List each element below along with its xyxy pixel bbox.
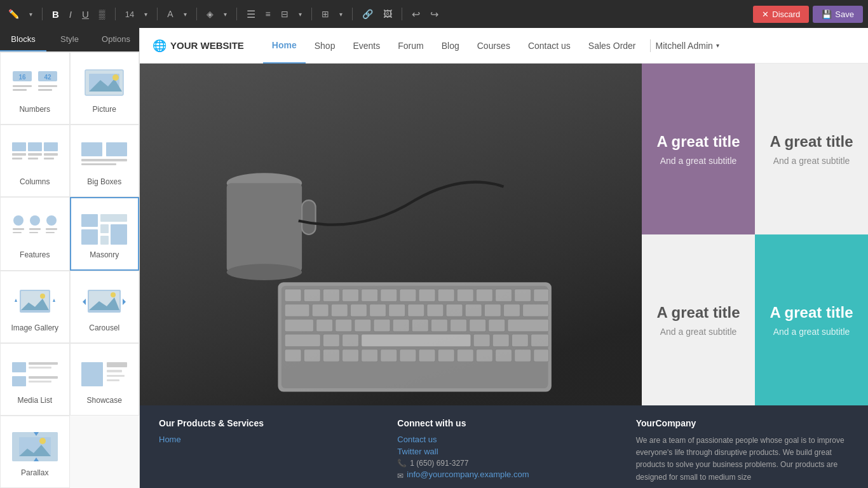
save-label: Save bbox=[835, 10, 854, 19]
discard-icon: ✕ bbox=[762, 10, 769, 19]
sidebar-item-columns[interactable]: Columns bbox=[0, 125, 70, 197]
svg-point-52 bbox=[111, 292, 116, 297]
svg-point-75 bbox=[227, 264, 302, 280]
sidebar-item-image-gallery[interactable]: Image Gallery bbox=[0, 271, 70, 343]
tab-style[interactable]: Style bbox=[46, 28, 93, 51]
sidebar-item-masonry[interactable]: Masonry bbox=[70, 197, 140, 271]
align-button[interactable]: ⊟ bbox=[278, 6, 292, 22]
sidebar-item-picture[interactable]: Picture bbox=[70, 52, 140, 125]
underline-button[interactable]: U bbox=[79, 6, 92, 22]
list-ordered-button[interactable]: ≡ bbox=[262, 6, 274, 22]
svg-rect-35 bbox=[81, 214, 98, 227]
svg-rect-16 bbox=[12, 153, 26, 156]
align-dropdown[interactable]: ▾ bbox=[295, 8, 305, 20]
svg-rect-24 bbox=[81, 159, 127, 161]
svg-point-27 bbox=[30, 215, 40, 226]
sidebar-item-features[interactable]: Features bbox=[0, 197, 70, 271]
sidebar-tabs: Blocks Style Options bbox=[0, 28, 139, 52]
hero-cell-0: A great title And a great subtitle bbox=[642, 64, 755, 234]
nav-divider bbox=[650, 39, 651, 52]
image-gallery-icon bbox=[10, 285, 60, 320]
nav-user[interactable]: Mitchell Admin ▾ bbox=[656, 41, 719, 51]
image-insert-button[interactable]: 🖼 bbox=[380, 6, 395, 22]
sidebar-item-media-list[interactable]: Media List bbox=[0, 343, 70, 416]
svg-rect-106 bbox=[285, 319, 313, 331]
redo-button[interactable]: ↪ bbox=[427, 6, 442, 23]
sidebar-item-showcase[interactable]: Showcase bbox=[70, 343, 140, 416]
hero-title-2: A great title bbox=[656, 304, 740, 322]
footer-twitter-link[interactable]: Twitter wall bbox=[397, 447, 610, 456]
media-list-icon bbox=[10, 357, 60, 392]
carousel-label: Carousel bbox=[89, 323, 119, 332]
svg-rect-5 bbox=[13, 89, 27, 91]
features-label: Features bbox=[20, 250, 50, 259]
font-size[interactable]: 14 bbox=[122, 7, 137, 22]
parallax-label: Parallax bbox=[21, 468, 48, 477]
svg-rect-131 bbox=[381, 349, 397, 362]
svg-point-68 bbox=[39, 438, 46, 444]
footer-contact-link[interactable]: Contact us bbox=[397, 435, 610, 444]
divider-8 bbox=[402, 8, 402, 20]
navbar-brand[interactable]: 🌐 YOUR WEBSITE bbox=[153, 39, 244, 53]
nav-events[interactable]: Events bbox=[344, 28, 389, 64]
svg-rect-108 bbox=[336, 319, 352, 331]
sidebar-item-parallax[interactable]: Parallax bbox=[0, 416, 70, 488]
divider-2 bbox=[115, 8, 116, 20]
tool-dropdown[interactable]: ▾ bbox=[26, 8, 36, 20]
sidebar-item-carousel[interactable]: Carousel bbox=[70, 271, 140, 343]
svg-rect-58 bbox=[29, 381, 51, 383]
svg-rect-102 bbox=[465, 304, 482, 316]
phone-icon: 📞 bbox=[397, 459, 407, 468]
svg-rect-92 bbox=[534, 289, 549, 301]
showcase-icon bbox=[79, 357, 130, 392]
pencil-tool[interactable]: ✏️ bbox=[5, 6, 22, 22]
svg-rect-107 bbox=[316, 319, 333, 331]
footer-products-link-home[interactable]: Home bbox=[159, 435, 372, 444]
table-button[interactable]: ⊞ bbox=[318, 6, 332, 22]
svg-rect-96 bbox=[351, 304, 367, 316]
tab-blocks[interactable]: Blocks bbox=[0, 28, 46, 51]
list-unordered-button[interactable]: ☰ bbox=[243, 6, 259, 23]
font-size-dropdown[interactable]: ▾ bbox=[141, 8, 151, 20]
color-picker[interactable]: ◈ bbox=[203, 6, 217, 22]
nav-shop[interactable]: Shop bbox=[306, 28, 344, 64]
sidebar-item-big-boxes[interactable]: Big Boxes bbox=[70, 125, 140, 197]
svg-rect-29 bbox=[13, 228, 24, 230]
nav-forum[interactable]: Forum bbox=[389, 28, 432, 64]
nav-courses[interactable]: Courses bbox=[468, 28, 519, 64]
svg-rect-31 bbox=[29, 228, 41, 230]
discard-button[interactable]: ✕ Discard bbox=[753, 6, 809, 23]
highlight-button[interactable]: ▒ bbox=[96, 6, 109, 22]
undo-button[interactable]: ↩ bbox=[409, 6, 423, 23]
font-family-dropdown[interactable]: ▾ bbox=[180, 8, 190, 20]
nav-contact[interactable]: Contact us bbox=[519, 28, 580, 64]
bold-button[interactable]: B bbox=[49, 6, 62, 22]
svg-rect-60 bbox=[107, 362, 127, 367]
color-dropdown[interactable]: ▾ bbox=[220, 8, 230, 20]
link-button[interactable]: 🔗 bbox=[359, 6, 376, 22]
columns-icon bbox=[10, 139, 60, 173]
svg-rect-137 bbox=[496, 349, 512, 362]
nav-home[interactable]: Home bbox=[263, 28, 306, 64]
svg-rect-125 bbox=[531, 334, 549, 346]
svg-rect-105 bbox=[523, 304, 549, 316]
save-button[interactable]: 💾 Save bbox=[813, 6, 863, 23]
svg-rect-6 bbox=[38, 85, 57, 87]
svg-rect-93 bbox=[285, 304, 309, 316]
hero-subtitle-0: And a great subtitle bbox=[660, 156, 737, 166]
svg-rect-84 bbox=[381, 289, 397, 301]
footer-email-link[interactable]: info@yourcompany.example.com bbox=[407, 470, 529, 479]
tab-options[interactable]: Options bbox=[93, 28, 139, 51]
columns-label: Columns bbox=[20, 177, 50, 186]
svg-point-46 bbox=[40, 294, 45, 299]
sidebar-item-numbers[interactable]: 16 42 Numbers bbox=[0, 52, 70, 125]
italic-button[interactable]: I bbox=[66, 6, 75, 22]
font-family-button[interactable]: A bbox=[164, 6, 176, 22]
svg-rect-40 bbox=[100, 236, 109, 245]
nav-sales-order[interactable]: Sales Order bbox=[580, 28, 645, 64]
nav-blog[interactable]: Blog bbox=[433, 28, 468, 64]
showcase-label: Showcase bbox=[87, 396, 122, 405]
svg-marker-41 bbox=[15, 299, 17, 302]
svg-rect-95 bbox=[331, 304, 348, 316]
table-dropdown[interactable]: ▾ bbox=[336, 8, 346, 20]
